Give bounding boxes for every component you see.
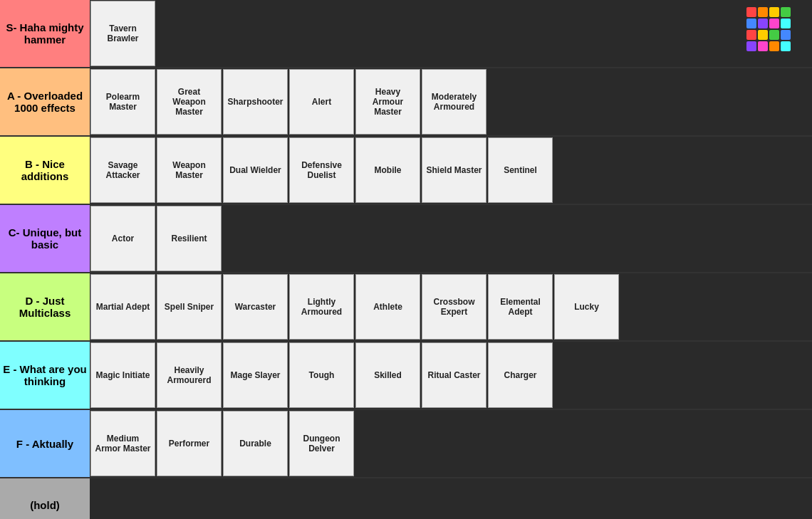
- tier-row-hold: (hold): [0, 478, 812, 519]
- tier-item[interactable]: Lightly Armoured: [289, 274, 354, 340]
- tier-item[interactable]: Performer: [157, 411, 222, 476]
- tier-label-b: B - Nice additions: [0, 137, 90, 204]
- tier-item[interactable]: Elemental Adept: [488, 274, 553, 340]
- tier-item[interactable]: Mobile: [355, 137, 420, 203]
- logo-color-cell: [769, 19, 779, 28]
- header: [746, 7, 798, 51]
- logo-color-cell: [758, 7, 768, 17]
- tier-cells-d: Martial AdeptSpell SniperWarcasterLightl…: [90, 273, 812, 340]
- tier-item[interactable]: Defensive Duelist: [289, 137, 354, 203]
- logo-color-cell: [781, 19, 791, 28]
- tier-item[interactable]: Durable: [223, 411, 288, 476]
- tiermaker-logo: [746, 7, 798, 51]
- tier-cells-a: Polearm MasterGreat Weapon MasterSharpsh…: [90, 68, 812, 135]
- tier-item[interactable]: Skilled: [355, 342, 420, 408]
- tier-item[interactable]: Sentinel: [488, 137, 553, 203]
- tier-row-c: C- Unique, but basicActorResilient: [0, 205, 812, 273]
- tier-cells-c: ActorResilient: [90, 205, 812, 272]
- logo-color-cell: [781, 41, 791, 51]
- logo-color-cell: [746, 41, 756, 51]
- tier-table: S- Haha mighty hammerTavern BrawlerA - O…: [0, 0, 812, 519]
- logo-grid-icon: [746, 7, 791, 51]
- logo-color-cell: [769, 41, 779, 51]
- tier-item[interactable]: Alert: [289, 69, 354, 135]
- tier-item[interactable]: Martial Adept: [90, 274, 155, 340]
- tier-item[interactable]: Moderately Armoured: [422, 69, 486, 135]
- tier-item[interactable]: Tavern Brawler: [90, 1, 155, 66]
- tier-row-b: B - Nice additionsSavage AttackerWeapon …: [0, 137, 812, 205]
- app-container: S- Haha mighty hammerTavern BrawlerA - O…: [0, 0, 812, 519]
- tier-item[interactable]: Heavily Armourerd: [157, 342, 222, 408]
- tier-item[interactable]: Charger: [488, 342, 553, 408]
- tier-item[interactable]: Polearm Master: [90, 69, 155, 135]
- tier-item[interactable]: Medium Armor Master: [90, 411, 155, 476]
- tier-item[interactable]: Weapon Master: [157, 137, 222, 203]
- tier-item[interactable]: Savage Attacker: [90, 137, 155, 203]
- tier-item[interactable]: Dual Wielder: [223, 137, 288, 203]
- logo-color-cell: [769, 30, 779, 40]
- tier-row-f: F - AktuallyMedium Armor MasterPerformer…: [0, 410, 812, 478]
- tier-row-d: D - Just MulticlassMartial AdeptSpell Sn…: [0, 273, 812, 342]
- tier-row-s: S- Haha mighty hammerTavern Brawler: [0, 0, 812, 68]
- tier-item[interactable]: Great Weapon Master: [157, 69, 222, 135]
- logo-color-cell: [781, 30, 791, 40]
- logo-color-cell: [769, 7, 779, 17]
- tier-cells-b: Savage AttackerWeapon MasterDual Wielder…: [90, 137, 812, 204]
- tier-item[interactable]: Shield Master: [422, 137, 486, 203]
- tier-row-e: E - What are you thinkingMagic InitiateH…: [0, 342, 812, 410]
- tier-label-hold: (hold): [0, 478, 90, 519]
- tier-label-a: A - Overloaded 1000 effects: [0, 68, 90, 135]
- tier-item[interactable]: Magic Initiate: [90, 342, 155, 408]
- logo-color-cell: [758, 30, 768, 40]
- logo-color-cell: [746, 30, 756, 40]
- tier-cells-e: Magic InitiateHeavily ArmourerdMage Slay…: [90, 342, 812, 409]
- tier-row-a: A - Overloaded 1000 effectsPolearm Maste…: [0, 68, 812, 137]
- tier-cells-hold: [90, 478, 812, 519]
- tier-label-f: F - Aktually: [0, 410, 90, 477]
- logo-color-cell: [758, 19, 768, 28]
- tier-item[interactable]: Resilient: [157, 206, 222, 271]
- tier-label-e: E - What are you thinking: [0, 342, 90, 409]
- tier-item[interactable]: Spell Sniper: [157, 274, 222, 340]
- tier-label-c: C- Unique, but basic: [0, 205, 90, 272]
- tier-item[interactable]: Tough: [289, 342, 354, 408]
- tier-item[interactable]: Mage Slayer: [223, 342, 288, 408]
- tier-item[interactable]: Heavy Armour Master: [355, 69, 420, 135]
- tier-item[interactable]: Dungeon Delver: [289, 411, 354, 476]
- logo-color-cell: [758, 41, 768, 51]
- tier-item[interactable]: Crossbow Expert: [422, 274, 486, 340]
- tier-item[interactable]: Sharpshooter: [223, 69, 288, 135]
- tier-item[interactable]: Athlete: [355, 274, 420, 340]
- tier-cells-f: Medium Armor MasterPerformerDurableDunge…: [90, 410, 812, 477]
- tier-item[interactable]: Ritual Caster: [422, 342, 486, 408]
- tier-label-d: D - Just Multiclass: [0, 273, 90, 340]
- tier-item[interactable]: Warcaster: [223, 274, 288, 340]
- logo-color-cell: [781, 7, 791, 17]
- tier-cells-s: Tavern Brawler: [90, 0, 812, 67]
- logo-color-cell: [746, 7, 756, 17]
- tier-item[interactable]: Actor: [90, 206, 155, 271]
- tier-label-s: S- Haha mighty hammer: [0, 0, 90, 67]
- logo-color-cell: [746, 19, 756, 28]
- tier-item[interactable]: Lucky: [554, 274, 619, 340]
